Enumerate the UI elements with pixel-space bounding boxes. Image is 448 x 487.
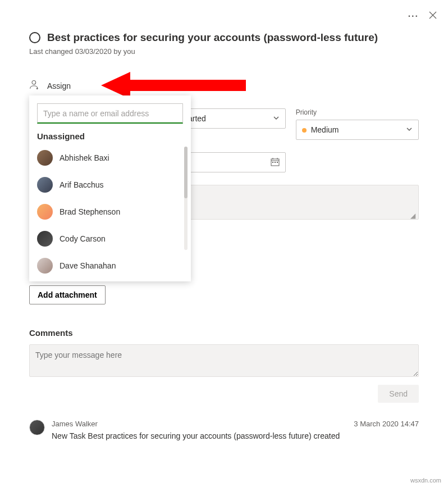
picker-person-item[interactable]: Brad Stephenson: [29, 198, 191, 225]
avatar: [29, 420, 45, 435]
last-changed: Last changed 03/03/2020 by you: [29, 47, 419, 56]
avatar: [37, 231, 53, 247]
person-name: Brad Stephenson: [60, 207, 120, 216]
picker-section-label: Unassigned: [29, 131, 191, 144]
task-title: Best practices for securing your account…: [47, 31, 378, 44]
comment-text: New Task Best practices for securing you…: [52, 431, 419, 440]
people-picker-input[interactable]: [37, 103, 183, 124]
svg-rect-4: [277, 162, 278, 163]
comment-author: James Walker: [52, 420, 98, 428]
chevron-down-icon: [273, 114, 280, 123]
comments-label: Comments: [29, 328, 419, 338]
close-icon[interactable]: [429, 11, 437, 21]
resize-handle-icon[interactable]: ◢: [410, 212, 415, 220]
watermark: wsxdn.com: [410, 477, 441, 484]
people-picker-popup: Unassigned Abhishek Baxi Arif Bacchus Br…: [29, 95, 191, 281]
avatar: [37, 258, 53, 274]
avatar: [37, 177, 53, 193]
person-name: Arif Bacchus: [60, 180, 104, 189]
svg-rect-2: [272, 162, 273, 163]
person-add-icon: [29, 79, 40, 93]
person-name: Cody Carson: [60, 234, 106, 243]
calendar-icon: [271, 157, 280, 168]
scrollbar-thumb[interactable]: [184, 147, 188, 198]
priority-dot-icon: [302, 128, 307, 133]
send-button[interactable]: Send: [378, 385, 419, 403]
chevron-down-icon: [406, 125, 413, 134]
svg-point-0: [32, 81, 36, 85]
priority-value: Medium: [311, 125, 339, 134]
picker-person-item[interactable]: Dave Shanahan: [29, 252, 191, 279]
priority-select[interactable]: Medium: [296, 120, 419, 140]
picker-person-item[interactable]: Arif Bacchus: [29, 171, 191, 198]
complete-toggle[interactable]: [29, 32, 40, 43]
comment-item: James Walker 3 March 2020 14:47 New Task…: [29, 420, 419, 440]
picker-person-item[interactable]: Cody Carson: [29, 225, 191, 252]
person-name: Abhishek Baxi: [60, 153, 109, 162]
avatar: [37, 150, 53, 166]
picker-person-item[interactable]: Abhishek Baxi: [29, 144, 191, 171]
person-name: Dave Shanahan: [60, 261, 116, 270]
assign-button[interactable]: Assign: [29, 79, 419, 93]
add-attachment-button[interactable]: Add attachment: [29, 285, 106, 304]
more-icon[interactable]: ···: [408, 11, 419, 21]
comment-timestamp: 3 March 2020 14:47: [354, 420, 419, 428]
priority-label: Priority: [296, 108, 419, 116]
svg-rect-3: [275, 162, 276, 163]
assign-label: Assign: [47, 81, 71, 90]
comment-input[interactable]: [29, 344, 419, 377]
avatar: [37, 204, 53, 220]
